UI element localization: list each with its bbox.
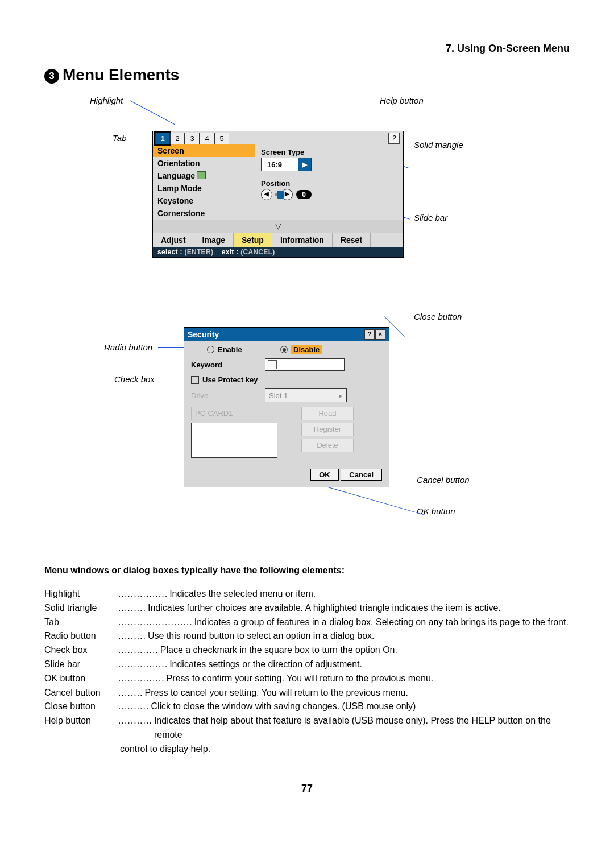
def-row-help: Help button...........Indicates that hel…: [44, 714, 570, 742]
chevron-right-icon: ▸: [339, 391, 343, 400]
radio-disable[interactable]: [280, 346, 288, 353]
def-term: Tab: [44, 615, 118, 630]
radio-enable[interactable]: [207, 346, 214, 353]
def-term: Highlight: [44, 587, 118, 601]
def-term: Solid triangle: [44, 601, 118, 615]
screen-type-label: Screen Type: [261, 148, 312, 156]
slider-value: 0: [296, 190, 312, 199]
def-dots: ........: [118, 686, 143, 700]
def-text: Indicates further choices are available.…: [146, 601, 570, 615]
dialog-titlebar: Security ?×: [184, 328, 389, 341]
label-cancel-button: Cancel button: [417, 475, 470, 485]
leader-ok: [316, 483, 426, 515]
def-text: Indicates settings or the direction of a…: [168, 658, 570, 672]
label-check-box: Check box: [114, 374, 155, 384]
osd-tab-row: 1 2 3 4 5 ?: [153, 131, 403, 144]
left-item-cornerstone[interactable]: Cornerstone: [153, 207, 255, 220]
pc-card-field: PC-CARD1: [191, 407, 284, 420]
read-button[interactable]: Read: [301, 407, 354, 420]
def-row-tab: Tab........................Indicates a g…: [44, 615, 570, 630]
left-item-keystone[interactable]: Keystone: [153, 195, 255, 207]
def-text: Indicates that help about that feature i…: [152, 714, 570, 742]
leader-cancel: [387, 480, 415, 480]
section-number-badge: 3: [44, 69, 59, 84]
osd-tab-5[interactable]: 5: [214, 133, 229, 144]
def-dots: ..........: [118, 700, 149, 714]
dialog-diagram: Close button Radio button Check box Canc…: [44, 307, 570, 535]
tab-reset[interactable]: Reset: [333, 233, 371, 247]
left-item-language[interactable]: Language: [153, 170, 255, 182]
keyboard-icon: [268, 360, 277, 369]
def-term: Slide bar: [44, 658, 118, 672]
label-solid-triangle: Solid triangle: [414, 140, 463, 150]
def-dots: ...........: [118, 714, 152, 742]
def-row-help-cont: control to display help.: [44, 742, 570, 757]
section-title: 3Menu Elements: [44, 66, 570, 84]
def-dots: ................: [118, 658, 168, 672]
def-term: Close button: [44, 700, 118, 714]
tab-information[interactable]: Information: [272, 233, 333, 247]
def-term: Cancel button: [44, 686, 118, 700]
def-row-radio: Radio button.........Use this round butt…: [44, 629, 570, 643]
slider-track[interactable]: [275, 193, 279, 196]
def-row-slidebar: Slide bar................Indicates setti…: [44, 658, 570, 672]
label-help-button: Help button: [380, 96, 424, 105]
drive-label: Drive: [191, 391, 265, 400]
left-item-language-text: Language: [157, 171, 195, 180]
register-button[interactable]: Register: [301, 423, 354, 436]
close-icon[interactable]: ×: [375, 329, 385, 340]
left-item-lamp-mode[interactable]: Lamp Mode: [153, 182, 255, 195]
help-icon[interactable]: ?: [364, 329, 375, 340]
screen-type-value: 16:9: [262, 160, 298, 169]
protect-key-checkbox[interactable]: [191, 376, 199, 384]
osd-tab-1[interactable]: 1: [155, 133, 170, 144]
chevron-down-icon[interactable]: ▽: [153, 220, 403, 233]
radio-enable-label: Enable: [218, 345, 280, 354]
def-row-highlight: Highlight................Indicates the s…: [44, 587, 570, 601]
label-radio-button: Radio button: [104, 342, 152, 352]
def-text: Place a checkmark in the square box to t…: [159, 643, 570, 658]
def-text: Indicates a group of features in a dialo…: [193, 615, 570, 630]
label-close-button: Close button: [414, 312, 462, 321]
leader-highlight: [130, 100, 175, 125]
drive-select[interactable]: Slot 1 ▸: [265, 388, 347, 402]
screen-type-dropdown[interactable]: 16:9 ▶: [261, 158, 312, 171]
position-slider[interactable]: ◀ ▶ 0: [261, 189, 312, 200]
header-rule: [44, 40, 570, 40]
osd-left-list: Screen Orientation Language Lamp Mode Ke…: [153, 144, 255, 220]
key-list-box: [191, 423, 277, 458]
osd-tab-2[interactable]: 2: [170, 133, 185, 144]
keyword-input[interactable]: [265, 358, 345, 371]
osd-right-panel: Screen Type 16:9 ▶ Position ◀ ▶ 0: [255, 144, 314, 220]
def-row-solid-triangle: Solid triangle.........Indicates further…: [44, 601, 570, 615]
language-icon: [197, 171, 206, 179]
def-row-cancel: Cancel button........Press to cancel you…: [44, 686, 570, 700]
label-slide-bar: Slide bar: [414, 213, 447, 222]
osd-menu: 1 2 3 4 5 ? Screen Orientation Language …: [152, 131, 404, 258]
help-icon[interactable]: ?: [388, 133, 400, 144]
slider-handle[interactable]: [277, 191, 284, 199]
protect-key-label: Use Protect key: [202, 375, 258, 384]
keyword-label: Keyword: [191, 361, 265, 369]
def-text: Indicates the selected menu or item.: [168, 587, 570, 601]
def-term: Radio button: [44, 629, 118, 643]
ok-button[interactable]: OK: [310, 469, 339, 481]
delete-button[interactable]: Delete: [301, 439, 354, 452]
tab-image[interactable]: Image: [194, 233, 234, 247]
osd-tab-3[interactable]: 3: [185, 133, 200, 144]
left-item-screen[interactable]: Screen: [153, 144, 255, 157]
def-term: OK button: [44, 672, 118, 686]
tab-adjust[interactable]: Adjust: [153, 233, 194, 247]
tab-setup[interactable]: Setup: [234, 233, 272, 247]
def-dots: ...............: [118, 672, 165, 686]
slider-left-icon[interactable]: ◀: [261, 189, 272, 200]
def-dots: .............: [118, 643, 159, 658]
left-item-orientation[interactable]: Orientation: [153, 157, 255, 170]
cancel-button[interactable]: Cancel: [341, 469, 382, 481]
solid-triangle-icon[interactable]: ▶: [298, 158, 311, 171]
def-row-checkbox: Check box.............Place a checkmark …: [44, 643, 570, 658]
osd-tab-4[interactable]: 4: [200, 133, 214, 144]
osd-bottom-tabs: Adjust Image Setup Information Reset: [153, 233, 403, 247]
osd-footer: select : (ENTER) exit : (CANCEL): [153, 247, 403, 257]
chapter-title: 7. Using On-Screen Menu: [44, 43, 570, 55]
